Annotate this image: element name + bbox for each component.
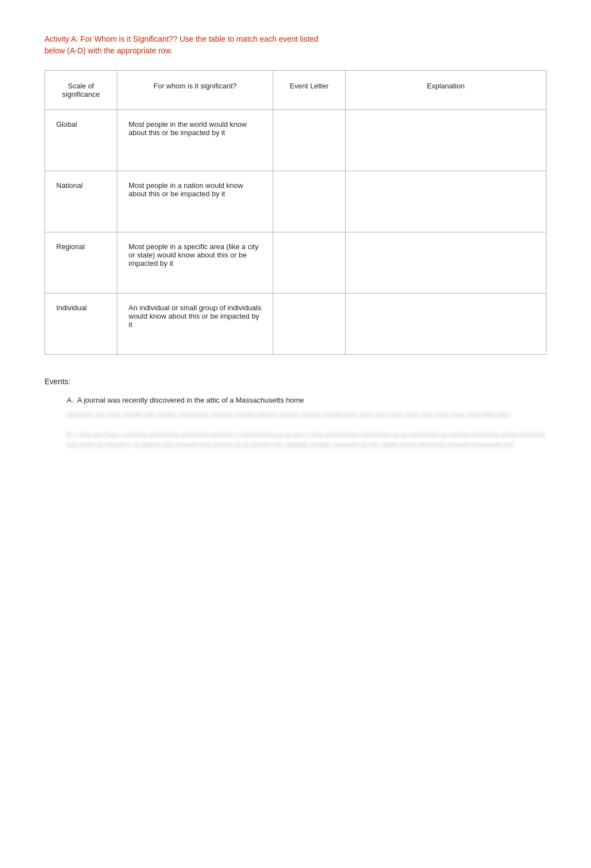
cell-scale-0: Global xyxy=(45,110,117,171)
cell-description-2: Most people in a specific area (like a c… xyxy=(117,232,273,294)
table-row-national: NationalMost people in a nation would kn… xyxy=(45,171,546,232)
cell-scale-2: Regional xyxy=(45,232,117,294)
header-scale: Scale of significance xyxy=(45,71,117,110)
cell-scale-3: Individual xyxy=(45,294,117,355)
cell-description-0: Most people in the world would know abou… xyxy=(117,110,273,171)
event-letter-a: A. xyxy=(67,396,73,404)
events-section: Events: A. A journal was recently discov… xyxy=(45,377,546,450)
cell-explanation-2[interactable] xyxy=(346,232,546,294)
events-label: Events: xyxy=(45,377,546,386)
cell-event-letter-1[interactable] xyxy=(273,171,346,232)
event-item-a: A. A journal was recently discovered in … xyxy=(67,395,546,420)
table-row-individual: IndividualAn individual or small group o… xyxy=(45,294,546,355)
cell-scale-1: National xyxy=(45,171,117,232)
event-a-blurred: xxxxxxxx xxx xxxx xxxxxx xxx xxxxxx xxxx… xyxy=(67,410,546,420)
cell-description-3: An individual or small group of individu… xyxy=(117,294,273,355)
header-explanation: Explanation xyxy=(346,71,546,110)
cell-explanation-1[interactable] xyxy=(346,171,546,232)
cell-event-letter-3[interactable] xyxy=(273,294,346,355)
header-event-letter: Event Letter xyxy=(273,71,346,110)
cell-event-letter-0[interactable] xyxy=(273,110,346,171)
header-for-whom: For whom is it significant? xyxy=(117,71,273,110)
table-row-regional: RegionalMost people in a specific area (… xyxy=(45,232,546,294)
event-text-a: A journal was recently discovered in the… xyxy=(77,396,304,404)
activity-title: Activity A: For Whom is it Significant??… xyxy=(45,33,546,57)
cell-description-1: Most people in a nation would know about… xyxy=(117,171,273,232)
table-row-global: GlobalMost people in the world would kno… xyxy=(45,110,546,171)
event-b-blurred: B. x xxx xxx xxxx x xxxxxxx xxxxxxxxx xx… xyxy=(67,430,546,450)
cell-explanation-3[interactable] xyxy=(346,294,546,355)
cell-event-letter-2[interactable] xyxy=(273,232,346,294)
significance-table: Scale of significance For whom is it sig… xyxy=(45,70,546,355)
cell-explanation-0[interactable] xyxy=(346,110,546,171)
